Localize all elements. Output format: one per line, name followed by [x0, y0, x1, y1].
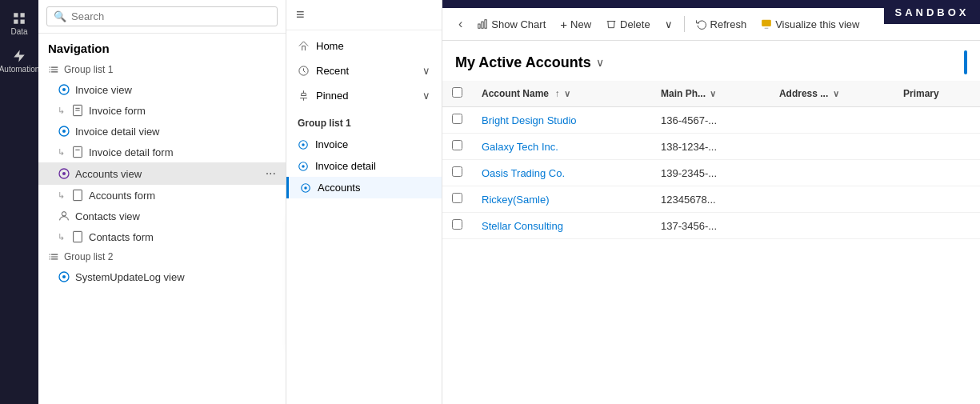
visualize-button[interactable]: Visualize this view: [754, 14, 866, 34]
nav-title: Navigation: [38, 34, 286, 60]
row-4-primary: [894, 186, 980, 213]
nav-recent[interactable]: Recent ∨: [286, 58, 442, 83]
row-4-account-name[interactable]: Rickey(Samle): [472, 186, 651, 213]
row-4-checkbox[interactable]: [452, 193, 462, 203]
row-3-primary: [894, 160, 980, 186]
nav-item-invoice-view[interactable]: Invoice view: [38, 79, 286, 100]
row-2-primary: [894, 134, 980, 160]
refresh-button[interactable]: Refresh: [690, 14, 754, 34]
row-2-account-name[interactable]: Galaxy Tech Inc.: [472, 134, 651, 160]
nav-invoice-detail[interactable]: Invoice detail: [286, 155, 442, 177]
col-main-phone-label: Main Ph...: [661, 88, 706, 99]
svg-rect-11: [74, 146, 82, 157]
search-bar: 🔍: [38, 0, 286, 34]
col-address-filter-icon: ∨: [833, 89, 839, 98]
nav-item-accounts-form[interactable]: ↳ Accounts form: [38, 185, 286, 206]
contacts-form-label: Contacts form: [89, 231, 154, 243]
nav-item-invoice-detail-view[interactable]: Invoice detail view: [38, 121, 286, 142]
svg-rect-0: [14, 13, 18, 17]
row-5-checkbox[interactable]: [452, 219, 462, 230]
table-row: Stellar Consulting 137-3456-...: [442, 213, 980, 239]
nav-pinned[interactable]: Pinned ∨: [286, 83, 442, 108]
row-5-phone: 137-3456-...: [651, 213, 770, 239]
nav-item-contacts-view[interactable]: Contacts view: [38, 206, 286, 226]
nav-item-syslog-view[interactable]: SystemUpdateLog view: [38, 266, 286, 287]
row-5-account-name[interactable]: Stellar Consulting: [472, 213, 651, 239]
brand-label: SANDBOX: [884, 0, 980, 24]
col-address[interactable]: Address ... ∨: [770, 81, 894, 107]
table-row: Rickey(Samle) 12345678...: [442, 186, 980, 213]
row-2-checkbox[interactable]: [452, 140, 462, 150]
back-button[interactable]: ‹: [452, 13, 469, 35]
row-3-account-name[interactable]: Oasis Trading Co.: [472, 160, 651, 186]
nav-recent-label: Recent: [316, 65, 349, 77]
table-row: Bright Design Studio 136-4567-...: [442, 107, 980, 134]
group1-label: Group list 1: [64, 64, 113, 75]
svg-rect-17: [74, 231, 82, 242]
select-all-checkbox[interactable]: [452, 87, 462, 98]
header-checkbox-cell: [442, 81, 472, 107]
hamburger-icon[interactable]: ≡: [296, 6, 305, 22]
nav-invoice-detail-label: Invoice detail: [315, 160, 376, 172]
table-row: Galaxy Tech Inc. 138-1234-...: [442, 134, 980, 160]
refresh-label: Refresh: [710, 18, 747, 30]
sort-icon: ↑: [554, 88, 559, 99]
search-input[interactable]: [71, 10, 270, 22]
nav-accounts[interactable]: Accounts: [286, 177, 442, 198]
chart-icon: [477, 18, 488, 30]
col-primary[interactable]: Primary: [894, 81, 980, 107]
show-chart-button[interactable]: Show Chart: [470, 14, 552, 34]
sidebar-icons: Data Automation: [0, 0, 38, 404]
row-1-account-name[interactable]: Bright Design Studio: [472, 107, 651, 134]
nav-pinned-label: Pinned: [316, 90, 348, 102]
col-main-phone[interactable]: Main Ph... ∨: [651, 81, 770, 107]
accounts-form-label: Accounts form: [89, 190, 155, 202]
invoice-form-label: Invoice form: [89, 105, 146, 117]
table-header: Account Name ↑ ∨ Main Ph... ∨ Address ..…: [442, 81, 980, 107]
delete-button[interactable]: Delete: [599, 14, 657, 34]
title-chevron-icon[interactable]: ∨: [596, 56, 604, 69]
row-2-phone: 138-1234-...: [651, 134, 770, 160]
hamburger-wrap: ≡: [286, 0, 442, 30]
accounts-view-label: Accounts view: [75, 168, 142, 180]
svg-point-32: [304, 186, 307, 190]
dropdown-button[interactable]: ∨: [658, 14, 679, 34]
filter-indicator: [964, 50, 967, 74]
nav-item-invoice-detail-form[interactable]: ↳ Invoice detail form: [38, 142, 286, 162]
svg-rect-15: [74, 190, 82, 200]
row-3-phone: 139-2345-...: [651, 160, 770, 186]
row-1-primary: [894, 107, 980, 134]
row-1-checkbox[interactable]: [452, 114, 462, 124]
new-button[interactable]: + New: [554, 14, 598, 35]
middle-nav: ≡ Home Recent ∨ Pinned ∨ Group list 1 In…: [286, 0, 442, 404]
nav-item-accounts-view[interactable]: Accounts view ···: [38, 162, 286, 185]
accounts-view-more-btn[interactable]: ···: [266, 166, 276, 181]
pinned-chevron: ∨: [422, 90, 430, 102]
search-wrap: 🔍: [46, 6, 278, 26]
svg-point-30: [302, 165, 305, 168]
accounts-table: Account Name ↑ ∨ Main Ph... ∨ Address ..…: [442, 81, 980, 239]
svg-point-14: [62, 172, 66, 175]
nav-right-items: Home Recent ∨ Pinned ∨ Group list 1 Invo…: [286, 30, 442, 202]
nav-invoice[interactable]: Invoice: [286, 134, 442, 155]
sidebar-item-automation[interactable]: Automation: [0, 44, 38, 78]
col-account-name[interactable]: Account Name ↑ ∨: [472, 81, 651, 107]
sidebar-automation-label: Automation: [0, 65, 39, 74]
nav-item-contacts-form[interactable]: ↳ Contacts form: [38, 226, 286, 247]
svg-rect-33: [478, 24, 480, 28]
row-1-phone: 136-4567-...: [651, 107, 770, 134]
nav-panel: 🔍 Navigation Group list 1 Invoice view ↳…: [38, 0, 286, 404]
invoice-detail-view-label: Invoice detail view: [75, 126, 160, 138]
sidebar-item-data[interactable]: Data: [0, 6, 38, 41]
nav-home-label: Home: [316, 40, 344, 52]
nav-item-invoice-form[interactable]: ↳ Invoice form: [38, 100, 286, 121]
svg-point-10: [62, 130, 66, 133]
row-4-address: [770, 186, 894, 213]
visualize-icon: [761, 18, 772, 30]
row-3-address: [770, 160, 894, 186]
table-body: Bright Design Studio 136-4567-... Galaxy…: [442, 107, 980, 239]
row-1-address: [770, 107, 894, 134]
col-phone-filter-icon: ∨: [710, 89, 716, 98]
nav-home[interactable]: Home: [286, 34, 442, 58]
row-3-checkbox[interactable]: [452, 166, 462, 177]
